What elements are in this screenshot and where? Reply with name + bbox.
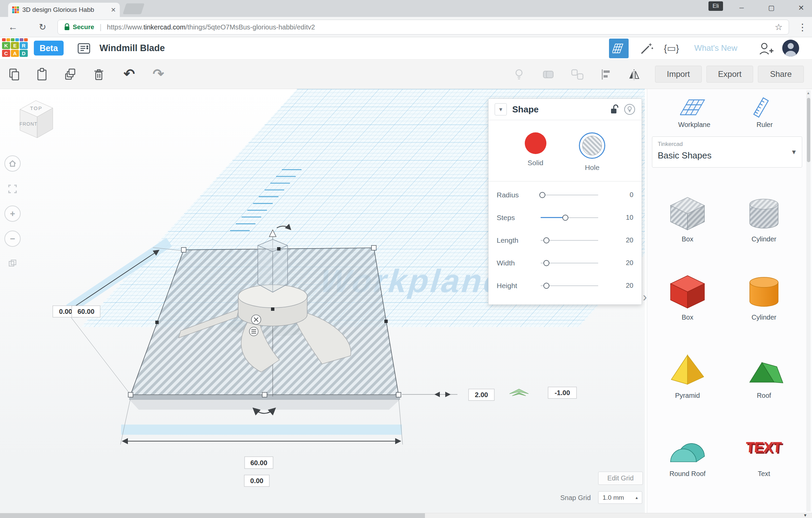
object-menu-button[interactable] bbox=[249, 327, 258, 336]
secure-lock-icon bbox=[64, 23, 70, 31]
bookmark-star-icon[interactable]: ☆ bbox=[775, 22, 783, 33]
code-blocks-icon[interactable]: {▭} bbox=[664, 37, 679, 59]
horizontal-scrollbar[interactable]: ▼ bbox=[0, 513, 812, 518]
perspective-toggle-button[interactable] bbox=[4, 255, 21, 272]
shape-item-pyramid[interactable]: Pyramid bbox=[667, 351, 708, 400]
user-avatar[interactable] bbox=[782, 40, 799, 57]
browser-profile-chip[interactable]: Eli bbox=[708, 1, 723, 11]
hole-swatch[interactable] bbox=[582, 136, 602, 155]
workplane-tool-button[interactable]: Workplane bbox=[666, 97, 723, 129]
box-icon bbox=[667, 273, 708, 310]
redo-button[interactable]: ↷ bbox=[148, 64, 168, 84]
home-view-button[interactable] bbox=[4, 155, 21, 172]
dimension-label-bottom-size[interactable]: 60.00 bbox=[245, 457, 273, 469]
fit-view-button[interactable] bbox=[4, 181, 21, 197]
sidebar-scroll-thumb[interactable] bbox=[807, 98, 810, 162]
height-slider[interactable] bbox=[541, 282, 598, 289]
browser-menu-icon[interactable]: ⋮ bbox=[796, 20, 809, 34]
box-hole-icon bbox=[667, 195, 708, 232]
workplane-elevation-arrows[interactable] bbox=[510, 389, 528, 396]
solid-swatch[interactable] bbox=[525, 132, 546, 154]
dimension-label-height[interactable]: 2.00 bbox=[469, 389, 494, 401]
magic-wand-icon[interactable] bbox=[638, 41, 654, 58]
corner-handle bbox=[128, 392, 133, 397]
duplicate-button[interactable] bbox=[63, 67, 78, 83]
ruler-tool-button[interactable]: Ruler bbox=[736, 97, 793, 129]
snap-grid-dropdown[interactable]: 1.0 mm ▴ bbox=[598, 491, 642, 504]
collapse-caret-button[interactable]: ▾ bbox=[495, 103, 507, 115]
maximize-icon: ▢ bbox=[768, 4, 775, 12]
window-close-button[interactable]: × bbox=[790, 0, 812, 16]
reload-button[interactable]: ↻ bbox=[35, 20, 50, 34]
logo-tile: K bbox=[2, 42, 10, 49]
solid-option[interactable]: Solid bbox=[525, 132, 546, 172]
shape-item-cylinder[interactable]: Cylinder bbox=[743, 273, 785, 321]
share-button[interactable]: Share bbox=[758, 66, 804, 83]
viewcube-front-label[interactable]: FRONT bbox=[19, 121, 37, 127]
param-row-steps: Steps 10 bbox=[489, 206, 641, 229]
zoom-in-icon: + bbox=[10, 209, 15, 219]
export-button[interactable]: Export bbox=[706, 66, 753, 83]
scroll-up-icon[interactable]: ▲ bbox=[807, 91, 810, 95]
align-button[interactable] bbox=[598, 67, 613, 83]
text-icon: TEXT TEXT bbox=[743, 429, 785, 467]
width-slider[interactable] bbox=[541, 260, 598, 266]
ungroup-button[interactable] bbox=[570, 67, 585, 83]
sidebar-scrollbar[interactable]: ▲ bbox=[806, 90, 811, 512]
object-delete-button[interactable] bbox=[251, 315, 261, 324]
dimension-label-bottom-zero[interactable]: 0.00 bbox=[244, 475, 269, 487]
radius-slider[interactable] bbox=[541, 192, 598, 198]
tinkercad-logo[interactable]: K E R C A D bbox=[2, 38, 28, 58]
url-bar[interactable]: Secure | https://www.tinkercad.com/thing… bbox=[58, 20, 789, 35]
whats-new-link[interactable]: What's New bbox=[694, 37, 737, 59]
browser-tab[interactable]: 3D design Glorious Habb × bbox=[8, 3, 120, 17]
window-minimize-button[interactable]: ─ bbox=[731, 0, 752, 16]
grid-icon bbox=[612, 42, 625, 55]
design-properties-icon[interactable] bbox=[77, 42, 91, 57]
new-tab-button[interactable] bbox=[123, 3, 144, 14]
viewcube-top-label[interactable]: TOP bbox=[30, 105, 43, 111]
logo-tile: C bbox=[2, 50, 10, 57]
steps-slider[interactable] bbox=[541, 214, 598, 221]
hole-label: Hole bbox=[585, 164, 600, 172]
workplane-icon bbox=[680, 97, 708, 119]
tab-close-icon[interactable]: × bbox=[111, 6, 116, 14]
view-cube[interactable]: TOP FRONT bbox=[15, 95, 66, 143]
show-all-button[interactable] bbox=[512, 67, 526, 83]
paste-button[interactable] bbox=[35, 67, 49, 83]
svg-text:TEXT: TEXT bbox=[745, 439, 782, 455]
zoom-in-button[interactable]: + bbox=[4, 206, 21, 222]
invite-person-icon[interactable] bbox=[758, 41, 774, 58]
shape-label: Roof bbox=[757, 392, 771, 400]
profile-name: Eli bbox=[713, 3, 719, 9]
spinner-caret-icon[interactable]: ▴ bbox=[635, 495, 638, 500]
dimension-label-elevation[interactable]: -1.00 bbox=[548, 387, 577, 398]
group-button[interactable] bbox=[541, 67, 556, 83]
window-maximize-button[interactable]: ▢ bbox=[761, 0, 782, 16]
shape-item-cylinder-hole[interactable]: Cylinder bbox=[743, 195, 785, 243]
scroll-down-icon[interactable]: ▼ bbox=[803, 513, 807, 518]
solid-label: Solid bbox=[527, 159, 543, 167]
visibility-bulb-icon[interactable] bbox=[624, 104, 635, 115]
shape-item-box-hole[interactable]: Box bbox=[667, 195, 708, 243]
delete-button[interactable] bbox=[91, 67, 106, 83]
mirror-button[interactable] bbox=[627, 67, 641, 83]
undo-button[interactable]: ↶ bbox=[119, 64, 139, 84]
back-button[interactable]: ← bbox=[5, 20, 20, 34]
zoom-out-button[interactable]: − bbox=[4, 231, 21, 247]
shape-item-box[interactable]: Box bbox=[667, 273, 708, 321]
shape-inspector-panel: ▾ Shape Solid Hole Radius 0 Steps bbox=[488, 99, 642, 305]
shape-item-round-roof[interactable]: Round Roof bbox=[667, 429, 708, 478]
import-button[interactable]: Import bbox=[655, 66, 702, 83]
dimension-label-left-size[interactable]: 60.00 bbox=[72, 306, 100, 317]
length-slider[interactable] bbox=[541, 237, 598, 244]
hole-option[interactable]: Hole bbox=[579, 132, 605, 172]
blocks-view-button[interactable] bbox=[609, 39, 629, 58]
shape-category-dropdown[interactable]: Tinkercad Basic Shapes ▾ bbox=[652, 136, 802, 168]
copy-button[interactable] bbox=[7, 67, 22, 83]
horizontal-scroll-thumb[interactable] bbox=[0, 513, 425, 518]
unlock-icon[interactable] bbox=[610, 104, 619, 114]
shape-item-roof[interactable]: Roof bbox=[743, 351, 785, 400]
shape-item-text[interactable]: TEXT TEXT Text bbox=[743, 429, 785, 478]
edit-grid-button[interactable]: Edit Grid bbox=[598, 472, 643, 485]
